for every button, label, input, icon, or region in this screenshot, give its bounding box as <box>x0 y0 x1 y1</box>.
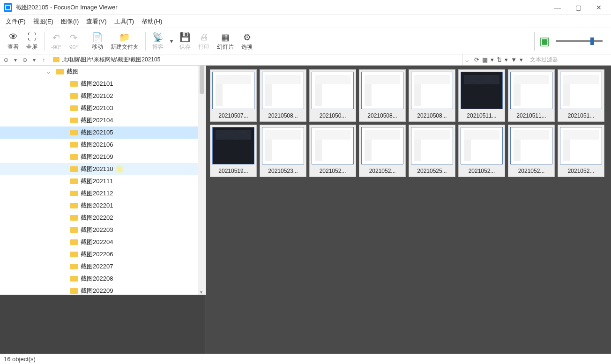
thumbnail-image <box>312 72 354 109</box>
thumbnail-image <box>510 72 552 109</box>
eye-icon: 👁 <box>9 31 18 43</box>
thumbnail[interactable]: 2021052... <box>458 125 505 177</box>
tool-move[interactable]: 📄 移动 <box>88 28 107 54</box>
menu-view[interactable]: 视图(E) <box>33 17 53 26</box>
tree-item[interactable]: 截图202112 <box>0 187 206 200</box>
sort-dropdown[interactable]: ▾ <box>505 56 508 63</box>
tree-item[interactable]: 截图202204 <box>0 236 206 248</box>
tool-print[interactable]: 🖨 打印 <box>194 28 213 54</box>
tool-slideshow[interactable]: ▦ 幻灯片 <box>213 28 238 54</box>
tree-item[interactable]: 截图202202 <box>0 212 206 224</box>
thumbnail[interactable]: 20210508... <box>260 69 306 122</box>
path-field[interactable]: 此电脑\图片\来核网站\截图\截图202105 <box>50 54 463 65</box>
tree-parent-folder[interactable]: ⌵ 截图 <box>0 66 206 78</box>
folder-icon <box>53 57 60 62</box>
toolbar-dropdown-icon[interactable]: ▾ <box>167 38 176 45</box>
nav-back-dropdown[interactable]: ▾ <box>11 57 20 63</box>
thumbnail[interactable]: 2021052... <box>558 125 604 177</box>
tool-save[interactable]: 💾 保存 <box>176 28 194 54</box>
window-title: 截图202105 - FocusOn Image Viewer <box>16 3 553 12</box>
tool-options[interactable]: ⚙ 选项 <box>238 28 256 54</box>
tree-item[interactable]: 截图202203 <box>0 224 206 236</box>
filter-icon[interactable]: ▼ <box>511 56 517 63</box>
tree-item-label: 截图202104 <box>81 116 113 125</box>
thumbnail[interactable]: 20210511... <box>508 69 555 122</box>
thumbnail-label: 2021052... <box>508 166 554 177</box>
tree-item[interactable]: 截图202109 <box>0 151 206 163</box>
folder-tree[interactable]: ⌵ 截图 截图202101截图202102截图202103截图202104截图2… <box>0 66 206 295</box>
tree-item[interactable]: 截图202208 <box>0 273 206 285</box>
tree-item-label: 截图202206 <box>81 250 113 259</box>
tree-item[interactable]: 截图202201 <box>0 200 206 212</box>
tree-item[interactable]: 截图202101 <box>0 78 206 90</box>
maximize-button[interactable]: ▢ <box>574 3 583 12</box>
tree-item-label: 截图202201 <box>81 201 113 210</box>
thumbnail-image <box>361 127 403 164</box>
thumbnail[interactable]: 20210525... <box>409 125 455 177</box>
nav-back-button[interactable]: ⊙ <box>2 57 10 63</box>
view-mode-icon[interactable]: ▦ <box>482 56 488 63</box>
menu-image[interactable]: 图像(I) <box>61 17 79 26</box>
view-mode-dropdown[interactable]: ▾ <box>491 56 494 63</box>
tool-fullscreen[interactable]: ⛶ 全屏 <box>22 28 41 54</box>
close-button[interactable]: ✕ <box>594 3 604 12</box>
thumbnail-label: 2021052... <box>558 166 604 177</box>
tree-item[interactable]: 截图202111 <box>0 175 206 187</box>
filter-input[interactable]: 文本过滤器 <box>527 56 611 64</box>
nav-forward-button[interactable]: ⊙ <box>21 57 29 63</box>
slideshow-icon: ▦ <box>221 31 230 43</box>
filter-dropdown[interactable]: ▾ <box>520 56 523 63</box>
thumbnail[interactable]: 20210511... <box>458 69 505 122</box>
tree-item-label: 截图202102 <box>81 92 113 100</box>
scroll-down-icon[interactable]: ▾ <box>200 290 202 295</box>
thumbnail[interactable]: 20210507... <box>210 69 257 122</box>
thumbnail[interactable]: 2021052... <box>508 125 555 177</box>
thumbnail-image <box>262 127 304 164</box>
zoom-slider[interactable] <box>556 40 603 42</box>
path-dropdown-icon[interactable]: ⌵ <box>463 57 470 63</box>
tree-item[interactable]: 截图202209 <box>0 285 206 295</box>
thumbnail[interactable]: 2021051... <box>558 69 604 122</box>
folder-icon <box>70 239 78 245</box>
path-text: 此电脑\图片\来核网站\截图\截图202105 <box>62 56 160 64</box>
zoom-fit-icon[interactable]: ▣ <box>539 35 550 48</box>
thumbnail[interactable]: 2021050... <box>309 69 356 122</box>
tool-view[interactable]: 👁 查看 <box>4 28 22 54</box>
menu-look[interactable]: 查看(V) <box>86 17 106 26</box>
thumbnail[interactable]: 20210519... <box>210 125 257 177</box>
tool-rotate-right[interactable]: ↷ 90° <box>65 28 82 54</box>
title-bar: 截图202105 - FocusOn Image Viewer — ▢ ✕ <box>0 0 611 15</box>
minimize-button[interactable]: — <box>553 3 562 12</box>
refresh-icon[interactable]: ⟳ <box>474 56 479 63</box>
thumbnail[interactable]: 20210508... <box>359 69 406 122</box>
tree-item[interactable]: 截图202207 <box>0 260 206 273</box>
nav-forward-dropdown[interactable]: ▾ <box>30 57 38 63</box>
menu-tool[interactable]: 工具(T) <box>114 17 134 26</box>
thumbnail[interactable]: 2021052... <box>309 125 356 177</box>
thumbnail-image <box>510 127 552 164</box>
tree-item[interactable]: 截图202104 <box>0 114 206 126</box>
collapse-icon[interactable]: ⌵ <box>47 69 53 75</box>
thumbnail[interactable]: 20210523... <box>260 125 306 177</box>
tree-item[interactable]: 截图202206 <box>0 248 206 260</box>
tree-item[interactable]: 截图202106 <box>0 139 206 151</box>
nav-up-button[interactable]: ↑ <box>39 57 48 63</box>
tree-item[interactable]: 截图202105 <box>0 126 206 139</box>
thumbnail-label: 20210508... <box>260 111 306 121</box>
rss-icon: 📡 <box>152 31 164 43</box>
menu-file[interactable]: 文件(F) <box>6 17 26 26</box>
tool-rotate-left[interactable]: ↶ -90° <box>47 28 65 54</box>
tree-item[interactable]: 截图202110 <box>0 163 206 175</box>
menu-help[interactable]: 帮助(H) <box>142 17 162 26</box>
thumbnail-image <box>361 72 403 109</box>
thumbnail[interactable]: 2021052... <box>359 125 406 177</box>
tree-item[interactable]: 截图202102 <box>0 90 206 102</box>
tool-new-folder[interactable]: 📁 新建文件夹 <box>107 28 142 54</box>
folder-icon <box>70 178 78 184</box>
tree-scrollbar[interactable]: ▾ <box>198 66 206 295</box>
sort-icon[interactable]: ⇅ <box>497 56 502 63</box>
thumbnail-image <box>212 127 254 164</box>
tool-blog[interactable]: 📡 博客 <box>149 28 167 54</box>
thumbnail[interactable]: 20210508... <box>409 69 455 122</box>
tree-item[interactable]: 截图202103 <box>0 102 206 114</box>
